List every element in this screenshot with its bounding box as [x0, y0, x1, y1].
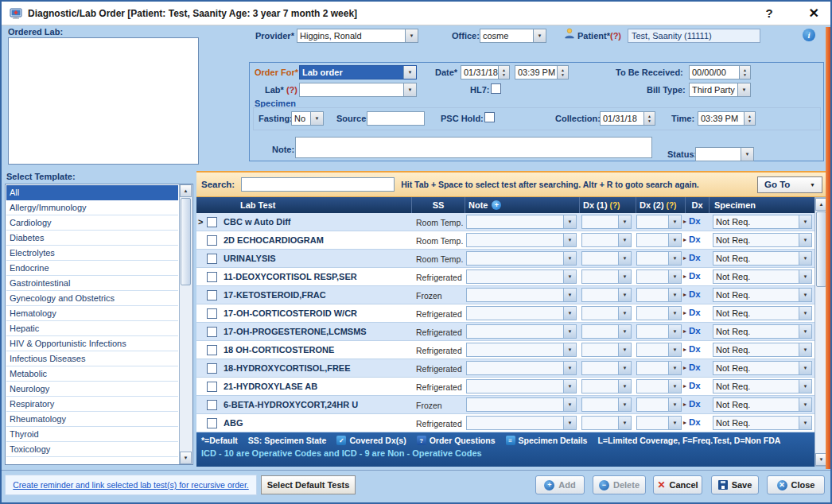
chevron-down-icon[interactable] — [668, 380, 681, 393]
dx-expand-icon[interactable]: ▸ — [683, 346, 686, 353]
chevron-down-icon[interactable] — [668, 270, 681, 283]
dx-link[interactable]: Dx — [689, 362, 701, 372]
source-input[interactable] — [367, 111, 425, 126]
dx2-help-icon[interactable]: (?) — [667, 201, 677, 210]
template-list-item[interactable]: All — [6, 185, 178, 200]
template-list-item[interactable]: Toxicology — [6, 442, 178, 457]
dx2-dropdown[interactable] — [636, 361, 682, 375]
chevron-down-icon[interactable] — [618, 343, 631, 356]
dx-expand-icon[interactable]: ▸ — [683, 364, 686, 371]
chevron-down-icon[interactable] — [618, 417, 631, 429]
delete-button[interactable]: −Delete — [593, 475, 646, 494]
chevron-down-icon[interactable] — [563, 398, 576, 411]
chevron-down-icon[interactable] — [668, 343, 681, 356]
dx-expand-icon[interactable]: ▸ — [683, 382, 686, 390]
test-checkbox[interactable] — [207, 363, 217, 374]
chevron-down-icon[interactable] — [799, 215, 811, 228]
reminder-link[interactable]: Create reminder and link selected lab te… — [13, 480, 248, 490]
patient-help-icon[interactable]: (?) — [610, 31, 621, 41]
dx1-dropdown[interactable] — [581, 215, 632, 229]
chevron-down-icon[interactable] — [618, 307, 631, 320]
dx1-dropdown[interactable] — [581, 361, 632, 375]
chevron-down-icon[interactable] — [799, 362, 811, 374]
dx2-dropdown[interactable] — [636, 251, 682, 266]
chevron-down-icon[interactable] — [737, 83, 750, 96]
template-list-item[interactable]: Cardiology — [6, 215, 178, 231]
chevron-down-icon[interactable] — [563, 270, 576, 283]
chevron-down-icon[interactable] — [563, 307, 576, 320]
chevron-down-icon[interactable] — [563, 289, 576, 301]
dx1-dropdown[interactable] — [581, 233, 632, 247]
save-button[interactable]: Save — [711, 475, 759, 494]
help-icon[interactable]: ? — [765, 6, 772, 20]
test-checkbox[interactable] — [207, 272, 217, 282]
template-list-item[interactable]: HIV & Opportunistic Infections — [6, 336, 178, 351]
chevron-down-icon[interactable] — [799, 325, 811, 338]
chevron-down-icon[interactable] — [799, 307, 811, 320]
specimen-dropdown[interactable]: Not Req. — [713, 215, 812, 229]
dx2-dropdown[interactable] — [636, 397, 682, 412]
chevron-down-icon[interactable] — [618, 215, 631, 228]
chevron-down-icon[interactable] — [668, 234, 681, 246]
test-checkbox[interactable] — [207, 308, 217, 319]
specimen-dropdown[interactable]: Not Req. — [713, 288, 812, 302]
dx2-dropdown[interactable] — [636, 306, 682, 320]
template-list-item[interactable]: Rheumatology — [6, 412, 178, 427]
template-list-item[interactable]: Diabetes — [6, 231, 178, 246]
spinner-buttons[interactable] — [643, 112, 655, 125]
note-dropdown[interactable] — [466, 251, 577, 266]
chevron-down-icon[interactable] — [563, 380, 576, 393]
office-dropdown[interactable]: cosme — [480, 29, 546, 43]
dx-expand-icon[interactable]: ▸ — [683, 328, 686, 335]
template-list-item[interactable]: Gastrointestinal — [6, 276, 178, 291]
template-list-item[interactable]: Electrolytes — [6, 246, 178, 261]
add-button[interactable]: +Add — [535, 475, 585, 494]
note-add-icon[interactable]: + — [492, 200, 501, 210]
dx2-dropdown[interactable] — [636, 324, 682, 339]
dx-link[interactable]: Dx — [689, 417, 701, 427]
dx-expand-icon[interactable]: ▸ — [683, 309, 686, 316]
chevron-down-icon[interactable] — [533, 29, 546, 42]
dx1-dropdown[interactable] — [581, 343, 632, 357]
chevron-down-icon[interactable] — [668, 289, 681, 301]
template-scrollbar[interactable]: ▲ ▼ — [179, 184, 192, 464]
dx-link[interactable]: Dx — [689, 381, 701, 390]
specimen-dropdown[interactable]: Not Req. — [713, 251, 812, 266]
chevron-down-icon[interactable] — [563, 215, 576, 228]
scroll-up-icon[interactable]: ▲ — [180, 184, 192, 197]
note-dropdown[interactable] — [466, 324, 577, 339]
dx1-dropdown[interactable] — [581, 251, 632, 266]
chevron-down-icon[interactable] — [310, 112, 323, 125]
note-dropdown[interactable] — [466, 288, 577, 302]
note-dropdown[interactable] — [466, 215, 577, 229]
test-checkbox[interactable] — [207, 345, 217, 355]
dx2-dropdown[interactable] — [636, 269, 682, 284]
collection-time-field[interactable]: 03:39 PM — [698, 111, 756, 126]
hl7-checkbox[interactable] — [491, 83, 501, 94]
note-dropdown[interactable] — [466, 397, 577, 412]
template-list-item[interactable]: Thyroid — [6, 427, 178, 442]
scroll-down-icon[interactable]: ▼ — [180, 452, 192, 464]
chevron-down-icon[interactable] — [799, 289, 811, 301]
dx2-dropdown[interactable] — [636, 416, 682, 430]
chevron-down-icon[interactable] — [799, 417, 811, 429]
note-dropdown[interactable] — [466, 416, 577, 430]
specimen-dropdown[interactable]: Not Req. — [713, 269, 812, 284]
template-list-item[interactable]: Hepatic — [6, 321, 178, 336]
close-button[interactable]: ✕Close — [767, 475, 825, 494]
dx-expand-icon[interactable]: ▸ — [683, 419, 686, 426]
chevron-down-icon[interactable] — [618, 252, 631, 265]
test-checkbox[interactable] — [207, 235, 217, 246]
order-date-field[interactable]: 01/31/18 — [461, 65, 510, 79]
dx-link[interactable]: Dx — [689, 308, 701, 317]
dx2-dropdown[interactable] — [636, 233, 682, 247]
chevron-down-icon[interactable] — [799, 343, 811, 356]
template-list-item[interactable]: Endocrine — [6, 261, 178, 276]
chevron-down-icon[interactable] — [668, 398, 681, 411]
chevron-down-icon[interactable] — [799, 380, 811, 393]
specimen-dropdown[interactable]: Not Req. — [713, 416, 812, 430]
chevron-down-icon[interactable] — [618, 325, 631, 338]
chevron-down-icon[interactable] — [563, 234, 576, 246]
collection-date-field[interactable]: 01/31/18 — [600, 111, 655, 126]
ordered-lab-listbox[interactable] — [8, 37, 199, 165]
